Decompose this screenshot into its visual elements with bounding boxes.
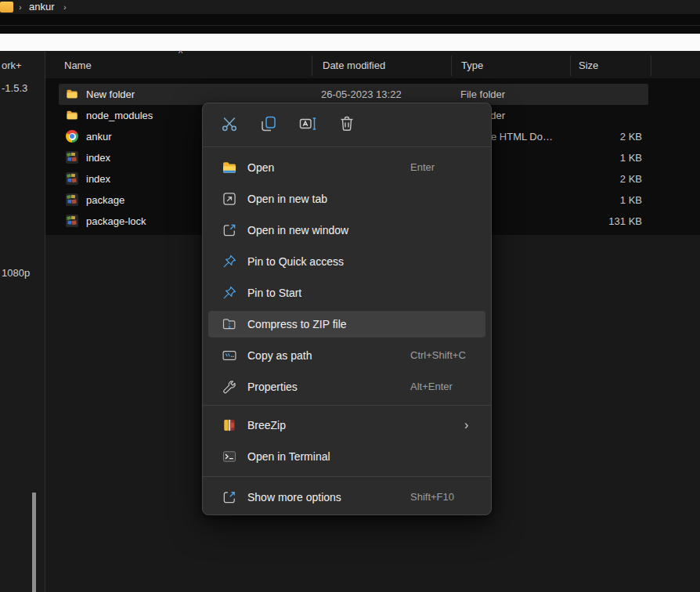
menu-item-open-in-terminal[interactable]: Open in Terminal	[203, 441, 491, 472]
menu-item-pin-to-start[interactable]: Pin to Start	[203, 277, 491, 309]
terminal-icon	[222, 449, 237, 464]
column-divider[interactable]	[312, 56, 312, 76]
nav-item-truncated[interactable]: 1080p	[2, 267, 30, 279]
file-size: 1 KB	[564, 152, 642, 164]
menu-item-shortcut: Shift+F10	[410, 482, 454, 513]
navigation-pane: ork+ -1.5.3 1080p	[0, 51, 45, 592]
nav-item-truncated[interactable]: -1.5.3	[2, 82, 27, 94]
file-size: 131 KB	[564, 215, 642, 227]
menu-item-label: Open in new window	[247, 215, 348, 246]
menu-item-label: Pin to Quick access	[247, 246, 344, 277]
breadcrumb-item-ankur[interactable]: ankur	[29, 1, 55, 13]
menu-item-label: Copy as path	[247, 340, 312, 371]
file-name: ankur	[86, 131, 112, 143]
column-divider[interactable]	[570, 56, 571, 76]
wrench-icon	[222, 379, 237, 395]
scrollbar-thumb[interactable]	[32, 493, 36, 592]
column-header-date-modified[interactable]: Date modified	[323, 60, 385, 71]
column-header-size[interactable]: Size	[579, 60, 598, 71]
column-header-type[interactable]: Type	[461, 60, 483, 71]
folder-icon	[66, 109, 78, 121]
menu-item-show-more-options[interactable]: Show more options Shift+F10	[203, 482, 491, 513]
file-size: 2 KB	[564, 131, 642, 143]
zip-folder-icon	[222, 316, 237, 332]
context-menu: Open Enter Open in new tab Open in new w…	[202, 103, 492, 515]
divider	[0, 25, 700, 26]
breezip-icon	[222, 417, 237, 433]
menu-item-label: Open	[247, 152, 274, 183]
column-header-name[interactable]: Name	[64, 60, 92, 71]
cut-icon[interactable]	[220, 114, 239, 133]
file-explorer-window: › ankur › ork+ -1.5.3 1080p Name ^ Date …	[0, 0, 700, 592]
file-name: New folder	[86, 88, 135, 100]
file-type: File folder	[460, 88, 505, 100]
menu-item-breezip[interactable]: BreeZip ›	[203, 410, 491, 441]
column-divider[interactable]	[451, 56, 452, 76]
context-menu-toolbar	[220, 114, 356, 133]
copy-path-icon	[222, 348, 237, 363]
file-name: index	[86, 152, 110, 164]
sort-ascending-icon: ^	[179, 49, 182, 58]
pin-icon	[222, 254, 237, 269]
file-row-selected[interactable]: New folder 26-05-2023 13:22 File folder	[45, 84, 700, 105]
menu-separator	[203, 476, 491, 477]
chrome-icon	[66, 130, 78, 143]
file-name: package	[86, 194, 124, 206]
media-file-icon	[66, 151, 78, 164]
menu-item-compress-to-zip[interactable]: Compress to ZIP file	[203, 309, 491, 340]
file-name: node_modules	[86, 110, 153, 121]
menu-item-label: Open in Terminal	[247, 441, 330, 472]
menu-item-open[interactable]: Open Enter	[203, 152, 491, 183]
new-window-icon	[222, 222, 237, 238]
media-file-icon	[66, 215, 78, 227]
external-arrow-icon	[222, 489, 237, 505]
folder-icon	[0, 2, 13, 13]
open-folder-icon	[222, 160, 237, 175]
menu-item-properties[interactable]: Properties Alt+Enter	[203, 371, 491, 402]
folder-icon	[66, 88, 78, 100]
menu-item-shortcut: Enter	[410, 152, 435, 183]
copy-icon[interactable]	[259, 114, 278, 133]
menu-item-copy-as-path[interactable]: Copy as path Ctrl+Shift+C	[203, 340, 491, 371]
file-size: 1 KB	[564, 194, 642, 206]
file-name: package-lock	[86, 215, 146, 227]
chevron-right-icon: ›	[19, 1, 22, 13]
white-band	[0, 34, 700, 51]
menu-separator	[203, 405, 491, 406]
column-divider[interactable]	[651, 56, 651, 76]
rename-icon[interactable]	[298, 114, 317, 133]
menu-item-label: Compress to ZIP file	[247, 309, 347, 340]
menu-item-label: Open in new tab	[247, 183, 327, 215]
nav-item-truncated[interactable]: ork+	[2, 60, 22, 71]
menu-item-label: Properties	[247, 371, 298, 402]
file-date: 26-05-2023 13:22	[321, 88, 402, 100]
pin-icon	[222, 285, 237, 301]
new-tab-icon	[222, 191, 237, 207]
breadcrumb: › ankur ›	[0, 0, 700, 14]
menu-separator	[203, 146, 491, 147]
menu-item-shortcut: Alt+Enter	[410, 371, 453, 402]
menu-item-pin-to-quick-access[interactable]: Pin to Quick access	[203, 246, 491, 277]
toolbar-band	[0, 14, 700, 34]
file-name: index	[86, 173, 110, 185]
delete-icon[interactable]	[337, 114, 356, 133]
menu-item-shortcut: Ctrl+Shift+C	[410, 340, 466, 371]
file-size: 2 KB	[564, 173, 642, 185]
media-file-icon	[66, 193, 78, 206]
menu-item-label: Pin to Start	[247, 277, 301, 309]
menu-item-open-in-new-tab[interactable]: Open in new tab	[203, 183, 491, 215]
submenu-chevron-icon: ›	[464, 410, 468, 441]
menu-item-label: BreeZip	[247, 410, 286, 441]
menu-item-label: Show more options	[247, 482, 341, 513]
media-file-icon	[66, 172, 78, 185]
chevron-right-icon: ›	[63, 1, 67, 13]
menu-item-open-in-new-window[interactable]: Open in new window	[203, 215, 491, 246]
